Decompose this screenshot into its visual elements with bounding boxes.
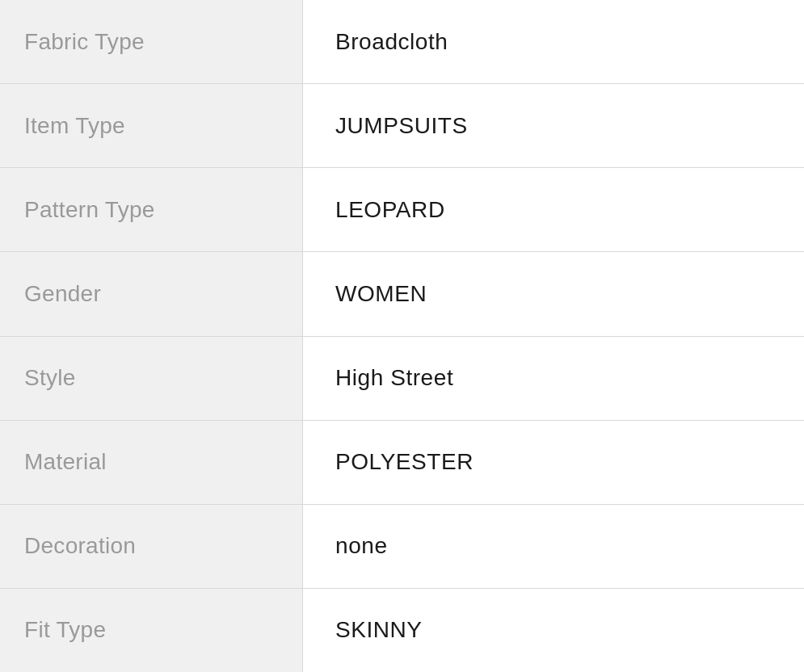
- label-cell-item-type: Item Type: [0, 84, 303, 167]
- value-cell-material: POLYESTER: [303, 421, 804, 504]
- value-fabric-type: Broadcloth: [335, 29, 448, 55]
- value-decoration: none: [335, 533, 388, 559]
- label-fit-type: Fit Type: [24, 617, 106, 643]
- label-cell-fabric-type: Fabric Type: [0, 0, 303, 83]
- label-cell-decoration: Decoration: [0, 505, 303, 588]
- value-fit-type: SKINNY: [335, 617, 423, 643]
- label-item-type: Item Type: [24, 113, 125, 139]
- label-cell-gender: Gender: [0, 252, 303, 335]
- row-fit-type: Fit TypeSKINNY: [0, 589, 804, 672]
- value-gender: WOMEN: [335, 281, 427, 307]
- label-cell-style: Style: [0, 337, 303, 420]
- value-material: POLYESTER: [335, 449, 474, 475]
- label-gender: Gender: [24, 281, 101, 307]
- label-cell-pattern-type: Pattern Type: [0, 168, 303, 251]
- label-decoration: Decoration: [24, 533, 136, 559]
- row-item-type: Item TypeJUMPSUITS: [0, 84, 804, 168]
- value-cell-pattern-type: LEOPARD: [303, 168, 804, 251]
- label-fabric-type: Fabric Type: [24, 29, 145, 55]
- label-style: Style: [24, 365, 76, 391]
- product-details-table: Fabric TypeBroadclothItem TypeJUMPSUITSP…: [0, 0, 804, 672]
- value-item-type: JUMPSUITS: [335, 113, 468, 139]
- value-cell-gender: WOMEN: [303, 252, 804, 335]
- row-pattern-type: Pattern TypeLEOPARD: [0, 168, 804, 252]
- row-style: StyleHigh Street: [0, 337, 804, 421]
- row-material: MaterialPOLYESTER: [0, 421, 804, 505]
- value-style: High Street: [335, 365, 453, 391]
- value-cell-fabric-type: Broadcloth: [303, 0, 804, 83]
- label-cell-fit-type: Fit Type: [0, 589, 303, 672]
- value-cell-item-type: JUMPSUITS: [303, 84, 804, 167]
- label-pattern-type: Pattern Type: [24, 197, 155, 223]
- value-pattern-type: LEOPARD: [335, 197, 445, 223]
- row-gender: GenderWOMEN: [0, 252, 804, 336]
- row-fabric-type: Fabric TypeBroadcloth: [0, 0, 804, 84]
- value-cell-decoration: none: [303, 505, 804, 588]
- value-cell-style: High Street: [303, 337, 804, 420]
- label-material: Material: [24, 449, 107, 475]
- row-decoration: Decorationnone: [0, 505, 804, 589]
- value-cell-fit-type: SKINNY: [303, 589, 804, 672]
- label-cell-material: Material: [0, 421, 303, 504]
